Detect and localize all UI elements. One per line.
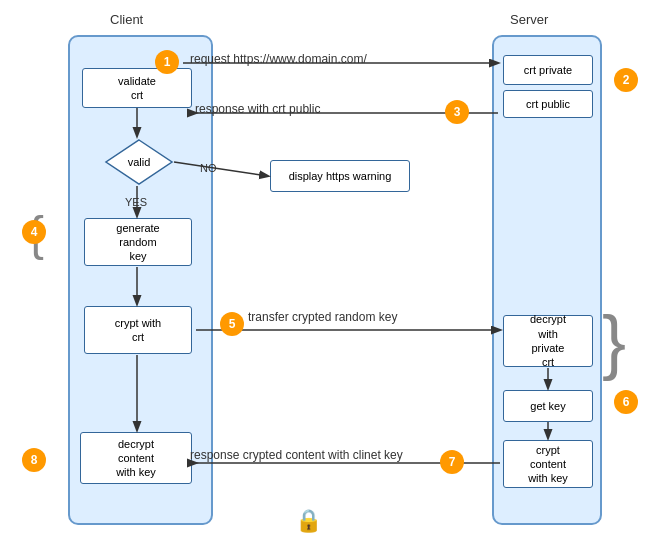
badge-8: 8 xyxy=(22,448,46,472)
badge-1: 1 xyxy=(155,50,179,74)
warning-box: display https warning xyxy=(270,160,410,192)
response-content-label: response crypted content with clinet key xyxy=(190,448,403,462)
yes-label: YES xyxy=(125,196,147,208)
crt-public-box: crt public xyxy=(503,90,593,118)
badge-5: 5 xyxy=(220,312,244,336)
get-key-box: get key xyxy=(503,390,593,422)
lock-bottom-icon: 🔒 xyxy=(295,508,322,534)
client-label: Client xyxy=(110,12,143,27)
response-pub-label: response with crt public xyxy=(195,102,320,116)
diagram: Client Server validate crt valid generat… xyxy=(0,0,648,560)
badge-2: 2 xyxy=(614,68,638,92)
right-brace: } xyxy=(602,305,626,377)
no-label: NO xyxy=(200,162,217,174)
crypt-crt-box: crypt with crt xyxy=(84,306,192,354)
badge-6: 6 xyxy=(614,390,638,414)
badge-4: 4 xyxy=(22,220,46,244)
crypt-content-key-box: crypt content with key xyxy=(503,440,593,488)
transfer-label: transfer crypted random key xyxy=(248,310,397,324)
generate-key-box: generate random key xyxy=(84,218,192,266)
server-label: Server xyxy=(510,12,548,27)
valid-diamond-wrap: valid xyxy=(104,138,174,186)
request-label: request https://www.domain.com/ xyxy=(190,52,367,66)
badge-7: 7 xyxy=(440,450,464,474)
badge-3: 3 xyxy=(445,100,469,124)
decrypt-private-box: decrypt with private crt xyxy=(503,315,593,367)
validate-crt-box: validate crt xyxy=(82,68,192,108)
valid-label: valid xyxy=(104,138,174,186)
decrypt-content-box: decrypt content with key xyxy=(80,432,192,484)
crt-private-box: crt private xyxy=(503,55,593,85)
